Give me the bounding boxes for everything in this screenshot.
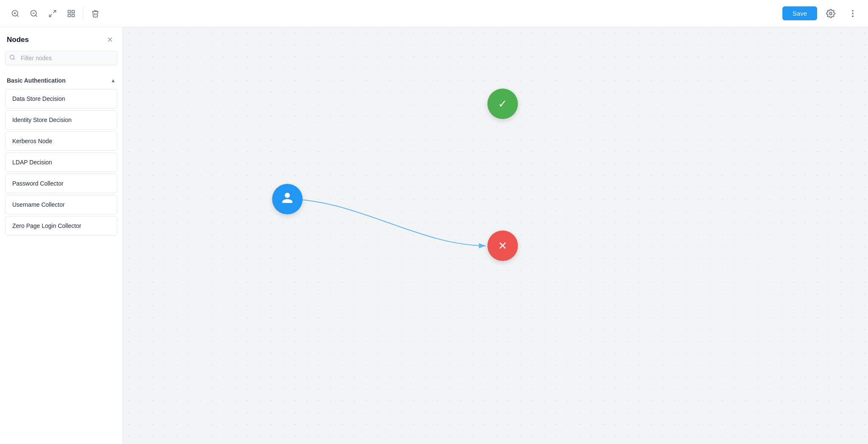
- more-icon: [848, 9, 857, 18]
- success-node[interactable]: ✓: [487, 89, 518, 119]
- svg-rect-9: [68, 10, 71, 13]
- svg-line-18: [14, 58, 15, 60]
- node-item-zero-page-login-collector[interactable]: Zero Page Login Collector: [5, 216, 117, 236]
- check-icon: ✓: [498, 97, 507, 111]
- canvas[interactable]: ✓ ✕: [123, 27, 868, 444]
- sidebar-header: Nodes ✕: [0, 27, 122, 51]
- sidebar-section-header[interactable]: Basic Authentication ▲: [0, 74, 122, 87]
- sidebar-title: Nodes: [7, 36, 29, 44]
- toolbar-right: Save: [782, 5, 861, 22]
- connection-blue-red: [287, 199, 486, 246]
- svg-line-5: [36, 15, 37, 17]
- svg-rect-10: [72, 10, 75, 13]
- zoom-in-icon: [11, 9, 19, 18]
- node-item-password-collector[interactable]: Password Collector: [5, 174, 117, 193]
- node-item-ldap-decision[interactable]: LDAP Decision: [5, 153, 117, 172]
- main: Nodes ✕ Basic Authentication ▲ Data Stor…: [0, 27, 868, 444]
- delete-icon: [91, 9, 100, 18]
- search-icon: [9, 55, 15, 62]
- sidebar-section-basic-auth: Basic Authentication ▲ Data Store Decisi…: [0, 70, 122, 241]
- settings-icon: [826, 9, 835, 18]
- svg-line-8: [50, 14, 52, 17]
- toolbar-left: [7, 5, 782, 22]
- zoom-out-icon: [30, 9, 38, 18]
- fit-icon: [48, 9, 57, 18]
- delete-button[interactable]: [87, 5, 104, 22]
- settings-button[interactable]: [822, 5, 839, 22]
- grid-button[interactable]: [63, 5, 80, 22]
- svg-point-16: [852, 16, 853, 17]
- sidebar-close-button[interactable]: ✕: [104, 34, 116, 46]
- node-item-data-store-decision[interactable]: Data Store Decision: [5, 89, 117, 108]
- more-button[interactable]: [844, 5, 861, 22]
- svg-rect-12: [68, 14, 71, 17]
- svg-rect-11: [72, 14, 75, 17]
- svg-line-1: [17, 15, 19, 17]
- user-icon: [281, 191, 294, 207]
- failure-node[interactable]: ✕: [487, 230, 518, 261]
- svg-point-14: [852, 10, 853, 11]
- sidebar: Nodes ✕ Basic Authentication ▲ Data Stor…: [0, 27, 123, 444]
- node-item-identity-store-decision[interactable]: Identity Store Decision: [5, 110, 117, 130]
- svg-point-17: [10, 55, 14, 59]
- grid-icon: [67, 9, 75, 18]
- zoom-out-button[interactable]: [25, 5, 42, 22]
- svg-point-15: [852, 13, 853, 14]
- zoom-in-button[interactable]: [7, 5, 24, 22]
- sidebar-section-label: Basic Authentication: [7, 77, 66, 84]
- save-button[interactable]: Save: [782, 6, 817, 20]
- toolbar-divider: [83, 7, 83, 20]
- sidebar-search: [5, 51, 117, 65]
- node-item-username-collector[interactable]: Username Collector: [5, 195, 117, 214]
- fit-button[interactable]: [44, 5, 61, 22]
- start-node[interactable]: [272, 184, 303, 214]
- x-icon: ✕: [498, 239, 507, 253]
- svg-point-13: [829, 12, 832, 15]
- svg-line-7: [53, 10, 56, 13]
- node-item-kerberos-node[interactable]: Kerberos Node: [5, 131, 117, 151]
- toolbar: Save: [0, 0, 868, 27]
- filter-nodes-input[interactable]: [5, 51, 117, 65]
- chevron-up-icon: ▲: [111, 78, 116, 83]
